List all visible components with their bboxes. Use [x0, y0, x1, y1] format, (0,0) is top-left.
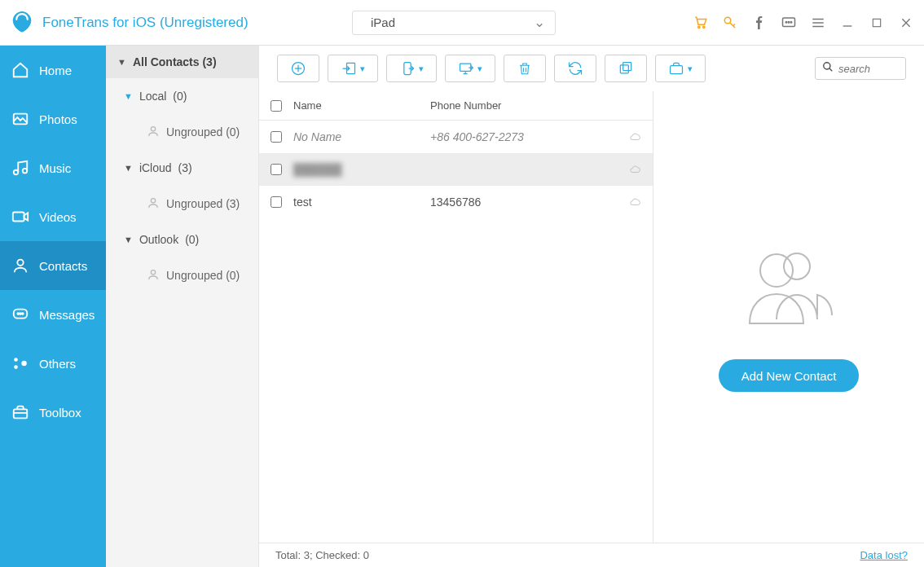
- chevron-down-icon: ⌄: [534, 14, 545, 31]
- svg-point-0: [698, 26, 700, 28]
- minimize-icon[interactable]: [839, 15, 856, 31]
- sidebar-item-label: Home: [39, 64, 72, 77]
- triangle-down-icon: ▼: [124, 235, 133, 244]
- cloud-icon: [617, 131, 653, 143]
- svg-point-16: [23, 169, 28, 174]
- svg-point-20: [17, 313, 19, 314]
- tree-group-local[interactable]: ▼ Local (0): [106, 78, 258, 114]
- maximize-icon[interactable]: [869, 15, 885, 31]
- export-to-device-button[interactable]: ▾: [386, 55, 437, 82]
- table-header: Name Phone Number: [259, 91, 653, 121]
- facebook-icon[interactable]: [751, 15, 768, 31]
- svg-rect-38: [671, 66, 683, 74]
- music-icon: [11, 159, 29, 177]
- key-icon[interactable]: [722, 15, 738, 31]
- column-name[interactable]: Name: [293, 99, 430, 112]
- sidebar-item-label: Messages: [39, 308, 95, 322]
- device-selector[interactable]: iPad ⌄: [352, 11, 556, 35]
- status-bar: Total: 3; Checked: 0 Data lost?: [259, 543, 924, 567]
- sidebar-item-label: Photos: [39, 112, 77, 126]
- contact-name: No Name: [293, 130, 430, 143]
- table-row[interactable]: ██████: [259, 153, 653, 186]
- row-checkbox[interactable]: [271, 196, 282, 208]
- sidebar-item-photos[interactable]: Photos: [0, 94, 106, 143]
- data-lost-link[interactable]: Data lost?: [860, 549, 908, 561]
- dedupe-button[interactable]: [605, 55, 647, 82]
- search-field[interactable]: [815, 57, 906, 80]
- triangle-down-icon: ▼: [124, 91, 133, 101]
- table-row[interactable]: test 13456786: [259, 186, 653, 218]
- close-icon[interactable]: [898, 15, 914, 31]
- sidebar-item-home[interactable]: Home: [0, 46, 106, 94]
- person-icon: [147, 268, 160, 284]
- search-icon: [822, 61, 834, 76]
- svg-rect-37: [623, 63, 631, 71]
- svg-rect-36: [620, 65, 628, 73]
- feedback-icon[interactable]: [781, 15, 797, 31]
- others-icon: [11, 354, 29, 372]
- tree-group-name: Outlook: [139, 233, 178, 246]
- messages-icon: [11, 305, 29, 323]
- row-checkbox[interactable]: [271, 131, 282, 143]
- toolbar: ▾ ▾ ▾ ▾: [259, 46, 924, 91]
- svg-point-24: [14, 365, 18, 369]
- svg-point-21: [20, 313, 21, 314]
- add-contact-button[interactable]: Add New Contact: [719, 359, 860, 392]
- contact-phone: +86 400-627-2273: [430, 130, 617, 143]
- person-icon: [147, 125, 160, 140]
- tree-group-icloud[interactable]: ▼ iCloud (3): [106, 150, 258, 186]
- chevron-down-icon: ▾: [419, 64, 424, 74]
- svg-point-25: [21, 361, 26, 366]
- tree-header-label: All Contacts (3): [133, 55, 217, 68]
- triangle-down-icon: ▼: [124, 163, 133, 173]
- tree-sub-icloud-ungrouped[interactable]: Ungrouped (3): [106, 186, 258, 222]
- sidebar-item-toolbox[interactable]: Toolbox: [0, 388, 106, 437]
- tree-sub-local-ungrouped[interactable]: Ungrouped (0): [106, 114, 258, 150]
- tree-sub-label: Ungrouped (0): [166, 269, 240, 282]
- cloud-icon: [617, 196, 653, 208]
- refresh-button[interactable]: [554, 55, 596, 82]
- home-icon: [11, 61, 29, 79]
- sidebar-item-videos[interactable]: Videos: [0, 192, 106, 241]
- svg-point-41: [784, 253, 810, 279]
- menu-icon[interactable]: [810, 15, 826, 31]
- tree-header-all-contacts[interactable]: ▼ All Contacts (3): [106, 46, 258, 78]
- add-button[interactable]: [277, 55, 319, 82]
- sidebar-item-messages[interactable]: Messages: [0, 290, 106, 339]
- delete-button[interactable]: [504, 55, 546, 82]
- svg-point-15: [14, 170, 19, 175]
- chevron-down-icon: ▾: [477, 64, 482, 74]
- svg-point-22: [22, 313, 24, 314]
- title-bar: FoneTrans for iOS (Unregistered) iPad ⌄: [0, 0, 924, 46]
- tree-sub-label: Ungrouped (0): [166, 125, 240, 138]
- app-logo-icon: [10, 9, 34, 37]
- tree-group-name: Local: [139, 90, 166, 103]
- select-all-checkbox[interactable]: [271, 100, 282, 112]
- status-text: Total: 3; Checked: 0: [275, 549, 369, 561]
- cart-icon[interactable]: [693, 15, 709, 31]
- contact-phone: 13456786: [430, 196, 617, 209]
- import-button[interactable]: ▾: [328, 55, 378, 82]
- tree-group-name: iCloud: [139, 161, 172, 174]
- sidebar-item-music[interactable]: Music: [0, 143, 106, 192]
- contact-tree: ▼ All Contacts (3) ▼ Local (0) Ungrouped…: [106, 46, 259, 567]
- tree-sub-outlook-ungrouped[interactable]: Ungrouped (0): [106, 257, 258, 293]
- svg-point-4: [785, 21, 787, 23]
- sidebar-item-contacts[interactable]: Contacts: [0, 241, 106, 290]
- sidebar-item-others[interactable]: Others: [0, 339, 106, 388]
- sidebar-item-label: Videos: [39, 210, 77, 224]
- main-area: ▾ ▾ ▾ ▾ Name Phone Number: [259, 46, 924, 567]
- svg-point-5: [788, 21, 790, 23]
- people-placeholder-icon: [740, 242, 838, 335]
- export-to-pc-button[interactable]: ▾: [445, 55, 495, 82]
- svg-rect-11: [873, 19, 880, 26]
- svg-point-6: [790, 21, 792, 23]
- column-phone[interactable]: Phone Number: [430, 99, 617, 112]
- backup-button[interactable]: ▾: [655, 55, 706, 82]
- search-input[interactable]: [838, 63, 904, 75]
- row-checkbox[interactable]: [271, 164, 282, 175]
- svg-point-1: [703, 26, 705, 28]
- table-row[interactable]: No Name +86 400-627-2273: [259, 121, 653, 153]
- tree-group-outlook[interactable]: ▼ Outlook (0): [106, 222, 258, 257]
- contacts-table: Name Phone Number No Name +86 400-627-22…: [259, 91, 653, 543]
